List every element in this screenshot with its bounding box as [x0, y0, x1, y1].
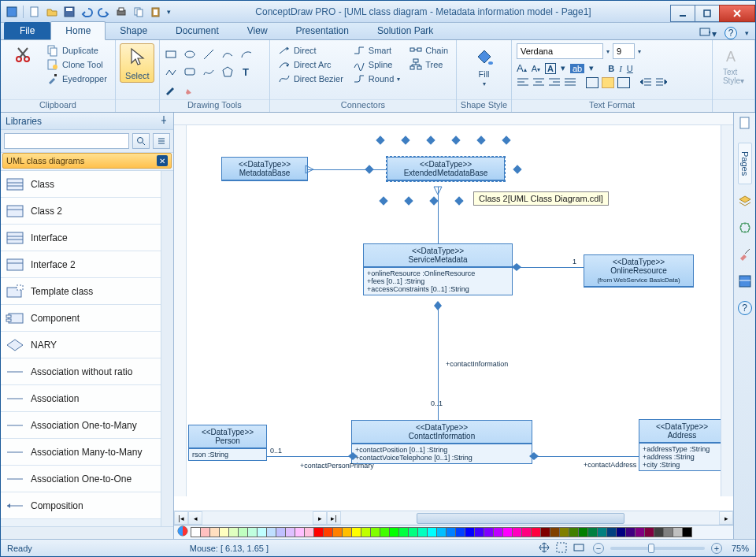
redo-icon[interactable] — [98, 6, 110, 18]
tool-pencil-icon[interactable] — [183, 83, 196, 95]
bold-icon[interactable]: B — [608, 64, 614, 73]
connector[interactable] — [513, 267, 584, 268]
text-style-button[interactable]: A TextStyle▾ — [717, 43, 751, 87]
tool-arc-icon[interactable] — [240, 48, 253, 61]
library-options-button[interactable] — [153, 133, 170, 149]
file-tab[interactable]: File — [4, 22, 50, 39]
eyedropper-button[interactable]: Eyedropper — [43, 72, 110, 86]
font-color-icon[interactable]: A — [545, 63, 556, 74]
uml-contactinformation[interactable]: <<DataType>>ContactInformation +contactP… — [351, 420, 532, 464]
fill-button[interactable]: Fill▾ — [467, 43, 502, 90]
new-doc-icon[interactable] — [28, 6, 41, 18]
connector-round[interactable]: Round ▾ — [350, 72, 403, 86]
library-name-bar[interactable]: UML class diagrams ✕ — [2, 153, 172, 169]
valign-middle-icon[interactable] — [602, 77, 614, 88]
canvas-vscroll[interactable] — [721, 125, 733, 496]
italic-icon[interactable]: I — [619, 64, 622, 73]
tab-view[interactable]: View — [233, 22, 282, 39]
clone-tool-button[interactable]: Clone Tool — [43, 58, 110, 72]
color-swatch[interactable] — [682, 527, 692, 537]
dock-help-icon[interactable]: ? — [738, 301, 752, 315]
uml-extendedmetadatabase[interactable]: <<DataType>>ExtendedMetadataBase — [387, 157, 505, 181]
help-icon[interactable]: ? — [724, 27, 737, 39]
tool-polyline-icon[interactable] — [165, 65, 177, 78]
library-item[interactable]: Composition — [1, 492, 161, 519]
handle-icon[interactable] — [401, 136, 410, 144]
align-center-icon[interactable] — [532, 77, 545, 88]
tool-ellipse-icon[interactable] — [183, 48, 196, 61]
maximize-button[interactable] — [695, 5, 720, 22]
dock-props-icon[interactable] — [738, 274, 752, 291]
dock-brush-icon[interactable] — [738, 247, 752, 265]
uml-onlineresource[interactable]: <<DataType>>OnlineResource(from WebServi… — [584, 254, 694, 288]
paste-icon[interactable] — [150, 6, 162, 18]
handle-icon[interactable] — [429, 196, 438, 205]
library-search-input[interactable] — [4, 133, 129, 149]
connector-direct-bezier[interactable]: Direct Bezier — [275, 72, 346, 86]
uml-metadatabase[interactable]: <<DataType>>MetadataBase — [221, 157, 308, 181]
handle-icon[interactable] — [379, 196, 387, 205]
increase-font-icon[interactable]: A▴ — [517, 62, 527, 74]
tool-edit-icon[interactable] — [165, 83, 177, 95]
tab-shape[interactable]: Shape — [106, 22, 161, 39]
tool-text-icon[interactable]: T — [240, 65, 253, 78]
hscroll-right-outer[interactable]: ▸| — [327, 511, 341, 525]
connector-direct-arc[interactable]: Direct Arc — [275, 58, 346, 72]
connector-chain[interactable]: Chain — [406, 43, 451, 58]
uml-address[interactable]: <<DataType>>Address +addressType :String… — [639, 419, 725, 471]
connector[interactable] — [532, 456, 639, 457]
save-icon[interactable] — [63, 6, 76, 18]
zoom-in-button[interactable]: + — [711, 543, 722, 554]
library-search-button[interactable] — [132, 133, 150, 149]
library-item[interactable]: Component — [1, 305, 161, 332]
select-button[interactable]: Select — [120, 43, 154, 83]
uml-servicemetadata[interactable]: <<DataType>>ServiceMetadata +onlineResou… — [363, 243, 513, 295]
library-scrollbar[interactable] — [161, 171, 173, 526]
print-icon[interactable] — [115, 6, 128, 18]
minimize-button[interactable] — [670, 5, 695, 22]
library-item[interactable]: Association — [1, 385, 161, 412]
connector[interactable] — [308, 169, 387, 170]
pin-icon[interactable] — [159, 115, 169, 127]
window-options-icon[interactable]: ▾ — [699, 28, 717, 39]
tab-document[interactable]: Document — [161, 22, 233, 39]
handle-icon[interactable] — [454, 196, 463, 205]
palette-picker-icon[interactable] — [177, 525, 188, 540]
dock-layers-icon[interactable] — [738, 194, 752, 211]
library-item[interactable]: Association One-to-Many — [1, 412, 161, 439]
tab-solution-park[interactable]: Solution Park — [363, 22, 447, 39]
indent-right-icon[interactable] — [655, 77, 668, 88]
align-left-icon[interactable] — [517, 77, 529, 88]
cut-button[interactable] — [6, 43, 40, 67]
library-item[interactable]: Association One-to-One — [1, 466, 161, 492]
tool-rrect-icon[interactable] — [183, 65, 196, 78]
library-item[interactable]: Association without ratio — [1, 358, 161, 385]
canvas[interactable]: <<DataType>>MetadataBase <<DataType>>Ext… — [174, 125, 733, 511]
hscroll-end[interactable]: ▸ — [719, 511, 733, 525]
connector[interactable] — [267, 456, 351, 457]
tool-rect-icon[interactable] — [165, 48, 177, 61]
handle-icon[interactable] — [502, 136, 510, 144]
tool-polygon-icon[interactable] — [221, 65, 234, 78]
library-hscroll[interactable] — [1, 526, 173, 539]
connector-direct[interactable]: Direct — [275, 43, 346, 58]
valign-top-icon[interactable] — [586, 77, 598, 88]
handle-icon[interactable] — [426, 136, 435, 144]
canvas-hscroll[interactable]: |◂ ◂ ▸ ▸| ▸ — [174, 511, 733, 525]
connector-smart[interactable]: Smart — [350, 43, 403, 58]
handle-icon[interactable] — [476, 136, 485, 144]
highlight-icon[interactable]: ab — [570, 64, 584, 73]
font-size-select[interactable] — [613, 43, 635, 59]
open-icon[interactable] — [46, 6, 58, 18]
indent-left-icon[interactable] — [639, 77, 652, 88]
uml-person[interactable]: <<DataType>>Person rson :String — [188, 425, 267, 461]
zoom-slider[interactable] — [610, 547, 705, 550]
library-item[interactable]: NARY — [1, 332, 161, 358]
handle-icon[interactable] — [376, 136, 384, 144]
library-item[interactable]: Interface 2 — [1, 251, 161, 278]
zoom-level[interactable]: 75% — [732, 544, 749, 553]
dock-page-icon[interactable] — [738, 116, 752, 133]
pages-tab[interactable]: Pages — [738, 143, 752, 184]
library-item[interactable]: Interface — [1, 225, 161, 251]
connector-tree[interactable]: Tree — [406, 58, 451, 72]
